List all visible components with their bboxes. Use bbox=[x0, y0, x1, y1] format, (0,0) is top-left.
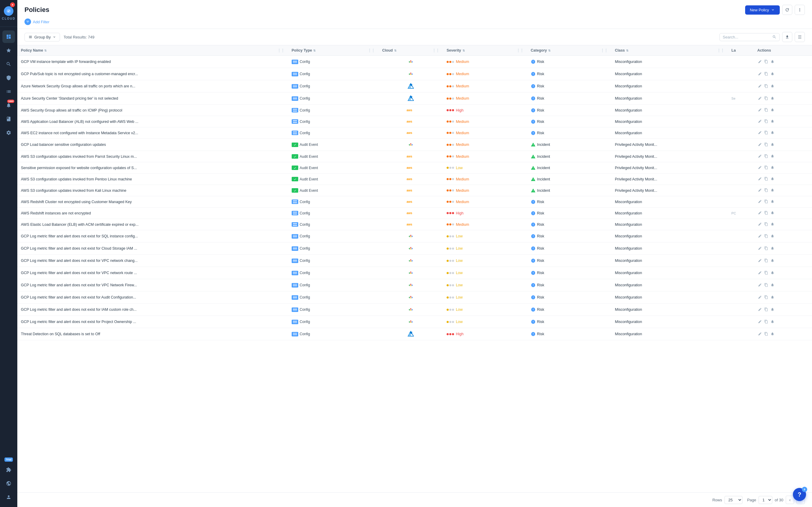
sidebar-item-shield[interactable] bbox=[2, 71, 15, 84]
alert-action-button[interactable] bbox=[770, 258, 775, 264]
copy-action-button[interactable] bbox=[764, 258, 769, 264]
copy-action-button[interactable] bbox=[764, 222, 769, 227]
sidebar-item-settings[interactable] bbox=[2, 126, 15, 139]
col-policy-type[interactable]: Policy Type ⇅ ⋮⋮ bbox=[288, 45, 379, 56]
edit-action-button[interactable] bbox=[757, 210, 762, 216]
prev-page-button[interactable]: ‹ bbox=[786, 496, 794, 504]
edit-action-button[interactable] bbox=[757, 176, 762, 182]
sidebar-item-search[interactable] bbox=[2, 58, 15, 70]
col-la[interactable]: La bbox=[728, 45, 754, 56]
page-select[interactable]: 1 bbox=[759, 496, 772, 504]
refresh-button[interactable] bbox=[782, 5, 792, 15]
edit-action-button[interactable] bbox=[757, 119, 762, 124]
edit-action-button[interactable] bbox=[757, 83, 762, 89]
alert-action-button[interactable] bbox=[770, 142, 775, 148]
alert-action-button[interactable] bbox=[770, 199, 775, 205]
download-button[interactable] bbox=[782, 32, 792, 42]
alert-action-button[interactable] bbox=[770, 319, 775, 325]
edit-action-button[interactable] bbox=[757, 187, 762, 193]
sidebar-item-plugin[interactable] bbox=[2, 463, 15, 476]
edit-action-button[interactable] bbox=[757, 130, 762, 136]
sidebar-item-user[interactable] bbox=[2, 491, 15, 503]
view-toggle-button[interactable] bbox=[795, 32, 805, 42]
alert-action-button[interactable] bbox=[770, 96, 775, 101]
new-policy-button[interactable]: New Policy bbox=[745, 5, 780, 15]
search-input[interactable] bbox=[723, 35, 770, 39]
edit-action-button[interactable] bbox=[757, 233, 762, 239]
edit-action-button[interactable] bbox=[757, 258, 762, 264]
alert-action-button[interactable] bbox=[770, 119, 775, 124]
alert-action-button[interactable] bbox=[770, 154, 775, 159]
add-filter-button[interactable]: Add Filter bbox=[24, 18, 50, 25]
alert-action-button[interactable] bbox=[770, 107, 775, 113]
group-by-button[interactable]: Group By bbox=[24, 33, 60, 42]
help-fab[interactable]: ? 6 bbox=[793, 488, 806, 501]
copy-action-button[interactable] bbox=[764, 71, 769, 77]
copy-action-button[interactable] bbox=[764, 119, 769, 124]
col-severity[interactable]: Severity ⇅ ⋮⋮ bbox=[443, 45, 527, 56]
copy-action-button[interactable] bbox=[764, 59, 769, 65]
copy-action-button[interactable] bbox=[764, 210, 769, 216]
copy-action-button[interactable] bbox=[764, 130, 769, 136]
sidebar-item-nav2[interactable] bbox=[2, 44, 15, 57]
alert-action-button[interactable] bbox=[770, 187, 775, 193]
edit-action-button[interactable] bbox=[757, 246, 762, 251]
copy-action-button[interactable] bbox=[764, 83, 769, 89]
alert-action-button[interactable] bbox=[770, 176, 775, 182]
copy-action-button[interactable] bbox=[764, 187, 769, 193]
sidebar-item-dashboard[interactable] bbox=[2, 31, 15, 43]
edit-action-button[interactable] bbox=[757, 107, 762, 113]
edit-action-button[interactable] bbox=[757, 222, 762, 227]
alert-action-button[interactable] bbox=[770, 307, 775, 313]
copy-action-button[interactable] bbox=[764, 176, 769, 182]
alert-action-button[interactable] bbox=[770, 165, 775, 171]
copy-action-button[interactable] bbox=[764, 282, 769, 288]
alert-action-button[interactable] bbox=[770, 270, 775, 276]
copy-action-button[interactable] bbox=[764, 233, 769, 239]
rows-select[interactable]: 25 50 100 bbox=[724, 496, 743, 504]
copy-action-button[interactable] bbox=[764, 319, 769, 325]
col-class[interactable]: Class ⇅ ⋮⋮ bbox=[611, 45, 728, 56]
more-options-button[interactable] bbox=[795, 5, 805, 15]
sidebar-item-book[interactable] bbox=[2, 113, 15, 125]
edit-action-button[interactable] bbox=[757, 59, 762, 65]
edit-action-button[interactable] bbox=[757, 165, 762, 171]
sidebar-item-alerts[interactable]: 1889 bbox=[2, 99, 15, 112]
alert-action-button[interactable] bbox=[770, 295, 775, 300]
sidebar-item-globe[interactable] bbox=[2, 477, 15, 490]
copy-action-button[interactable] bbox=[764, 307, 769, 313]
edit-action-button[interactable] bbox=[757, 319, 762, 325]
edit-action-button[interactable] bbox=[757, 295, 762, 300]
alert-action-button[interactable] bbox=[770, 246, 775, 251]
edit-action-button[interactable] bbox=[757, 270, 762, 276]
alert-action-button[interactable] bbox=[770, 233, 775, 239]
copy-action-button[interactable] bbox=[764, 142, 769, 148]
col-policy-name[interactable]: Policy Name ⇅ ⋮⋮ bbox=[17, 45, 288, 56]
alert-action-button[interactable] bbox=[770, 71, 775, 77]
alert-action-button[interactable] bbox=[770, 222, 775, 227]
alert-action-button[interactable] bbox=[770, 59, 775, 65]
edit-action-button[interactable] bbox=[757, 282, 762, 288]
copy-action-button[interactable] bbox=[764, 331, 769, 337]
alert-action-button[interactable] bbox=[770, 210, 775, 216]
copy-action-button[interactable] bbox=[764, 96, 769, 101]
copy-action-button[interactable] bbox=[764, 295, 769, 300]
edit-action-button[interactable] bbox=[757, 142, 762, 148]
edit-action-button[interactable] bbox=[757, 307, 762, 313]
edit-action-button[interactable] bbox=[757, 331, 762, 337]
logo-icon[interactable] bbox=[4, 6, 13, 16]
alert-action-button[interactable] bbox=[770, 83, 775, 89]
alert-action-button[interactable] bbox=[770, 331, 775, 337]
alert-action-button[interactable] bbox=[770, 282, 775, 288]
col-cloud[interactable]: Cloud ⇅ ⋮⋮ bbox=[378, 45, 443, 56]
copy-action-button[interactable] bbox=[764, 270, 769, 276]
edit-action-button[interactable] bbox=[757, 199, 762, 205]
copy-action-button[interactable] bbox=[764, 246, 769, 251]
copy-action-button[interactable] bbox=[764, 154, 769, 159]
sidebar-item-list[interactable] bbox=[2, 85, 15, 98]
edit-action-button[interactable] bbox=[757, 71, 762, 77]
col-category[interactable]: Category ⇅ ⋮⋮ bbox=[527, 45, 611, 56]
edit-action-button[interactable] bbox=[757, 154, 762, 159]
copy-action-button[interactable] bbox=[764, 199, 769, 205]
copy-action-button[interactable] bbox=[764, 165, 769, 171]
